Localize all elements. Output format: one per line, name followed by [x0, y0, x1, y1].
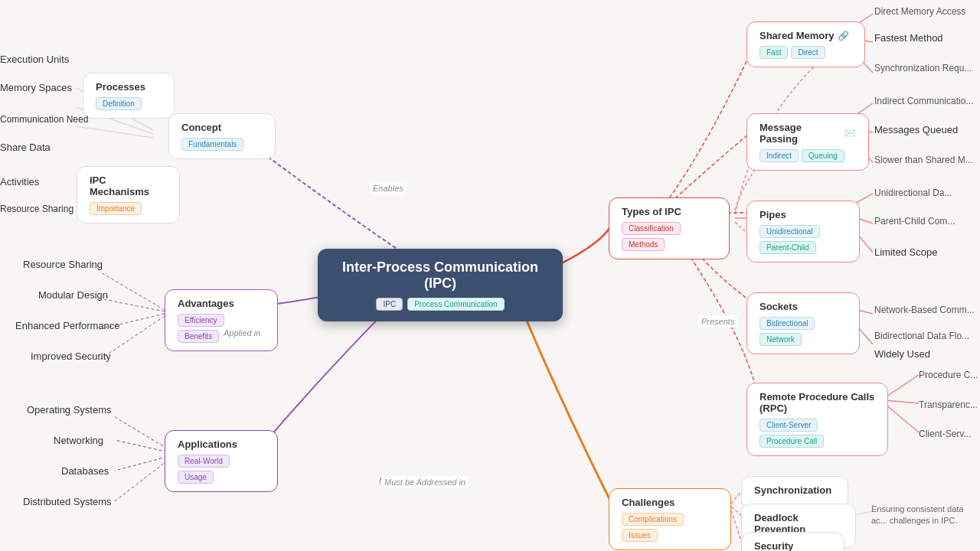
- synchronization-requ-text: Synchronization Requ...: [874, 63, 972, 73]
- applications-tag2: Usage: [178, 471, 214, 484]
- pipes-label: Pipes: [760, 209, 847, 220]
- must-be-addressed-label: Must be Addressed in: [381, 476, 469, 488]
- parent-child-comm-text: Parent-Child Com...: [874, 216, 955, 227]
- unidirectional-data-text: Unidirectional Da...: [874, 187, 952, 198]
- pipes-tag1: Unidirectional: [760, 225, 820, 238]
- concept-node[interactable]: Concept Fundamentals: [168, 113, 276, 159]
- applications-label: Applications: [178, 439, 265, 450]
- rpc-tag2: Procedure Call: [760, 435, 824, 448]
- slower-than-shared-text: Slower than Shared M...: [874, 155, 973, 165]
- message-passing-tag1: Indirect: [760, 149, 799, 162]
- distributed-systems-text: Distributed Systems: [23, 496, 112, 507]
- execution-units-text: Execution Units: [0, 54, 69, 65]
- svg-line-8: [115, 440, 172, 453]
- presents-label: Presents: [698, 315, 737, 328]
- rpc-label: Remote Procedure Calls (RPC): [760, 391, 875, 414]
- ipc-mechanisms-label: IPC Mechanisms: [90, 174, 167, 197]
- ipc-mechanisms-tag1: Importance: [90, 202, 142, 215]
- widely-used-text: Widely Used: [874, 348, 930, 360]
- sockets-tag1: Bidirectional: [760, 317, 815, 330]
- memory-spaces-text: Memory Spaces: [0, 82, 72, 93]
- pipes-tag2: Parent-Child: [760, 241, 816, 254]
- applied-in-label: Applied in: [220, 327, 263, 339]
- ipc-mechanisms-node[interactable]: IPC Mechanisms Importance: [77, 166, 180, 223]
- svg-line-3: [100, 272, 165, 310]
- direct-memory-access-text: Direct Memory Access: [874, 6, 965, 17]
- activities-text: Activities: [0, 176, 39, 187]
- types-tag2: Methods: [622, 238, 665, 251]
- advantages-tag2: Benefits: [178, 330, 219, 343]
- svg-line-23: [884, 400, 919, 403]
- svg-line-4: [100, 298, 165, 311]
- network-based-comm-text: Network-Based Comm...: [874, 305, 975, 315]
- challenges-tag2: Issues: [622, 529, 658, 542]
- advantages-node[interactable]: Advantages Efficiency Benefits: [165, 289, 278, 351]
- rpc-tag1: Client-Server: [760, 419, 818, 432]
- networking-text: Networking: [54, 435, 103, 446]
- sockets-node[interactable]: Sockets Bidirectional Network: [746, 292, 860, 354]
- security-concerns-label: Security Concerns: [754, 540, 831, 551]
- types-tag1: Classification: [622, 222, 681, 235]
- center-tag2: Process Communication: [407, 298, 504, 311]
- shared-memory-tag1: Fast: [760, 46, 788, 59]
- applications-node[interactable]: Applications Real-World Usage: [165, 430, 278, 492]
- challenges-label: Challenges: [622, 497, 718, 508]
- sockets-label: Sockets: [760, 301, 847, 312]
- types-label: Types of IPC: [622, 206, 717, 217]
- limited-scope-text: Limited Scope: [874, 246, 937, 258]
- challenges-tag1: Complications: [622, 513, 684, 526]
- processes-label: Processes: [96, 81, 162, 93]
- improved-security-text: Improved Security: [31, 350, 111, 362]
- concept-label: Concept: [181, 122, 263, 133]
- client-server-text: Client-Serv...: [919, 429, 971, 439]
- challenges-node[interactable]: Challenges Complications Issues: [609, 488, 731, 550]
- message-passing-tag2: Queuing: [802, 149, 844, 162]
- advantages-label: Advantages: [178, 298, 265, 309]
- resource-sharing2-text: Resource Sharing: [23, 259, 103, 270]
- processes-tag1: Definition: [96, 97, 142, 110]
- shared-memory-tag2: Direct: [791, 46, 825, 59]
- svg-line-10: [115, 457, 172, 501]
- concept-tag1: Fundamentals: [181, 138, 243, 151]
- svg-line-9: [115, 455, 172, 471]
- sockets-tag2: Network: [760, 333, 802, 346]
- challenge-description-text: Ensuring consistent data ac... challenge…: [871, 504, 980, 527]
- fastest-method-text: Fastest Method: [874, 32, 943, 44]
- shared-memory-label: Shared Memory: [760, 30, 835, 41]
- operating-systems-text: Operating Systems: [27, 404, 112, 416]
- svg-line-7: [115, 417, 172, 452]
- center-title: Inter-Process Communication (IPC): [335, 259, 546, 292]
- synchronization-label: Synchronization: [754, 484, 835, 496]
- bidirectional-data-flow-text: Bidirectional Data Flo...: [874, 331, 969, 341]
- share-data-text: Share Data: [0, 142, 51, 153]
- types-of-ipc-node[interactable]: Types of IPC Classification Methods: [609, 197, 730, 259]
- enables-label: Enables: [370, 182, 407, 194]
- databases-text: Databases: [61, 465, 109, 477]
- transparency-text: Transparenc...: [919, 399, 978, 410]
- communication-need-text: Communication Need: [0, 113, 88, 125]
- svg-line-24: [884, 403, 919, 432]
- message-passing-label: Message Passing: [760, 122, 841, 145]
- center-node: Inter-Process Communication (IPC) IPC Pr…: [318, 249, 563, 321]
- messages-queued-text: Messages Queued: [874, 124, 958, 135]
- modular-design-text: Modular Design: [38, 289, 108, 301]
- message-passing-node[interactable]: Message Passing ✉️ Indirect Queuing: [746, 113, 869, 171]
- center-tag1: IPC: [376, 298, 403, 311]
- pipes-node[interactable]: Pipes Unidirectional Parent-Child: [746, 201, 860, 262]
- applications-tag1: Real-World: [178, 455, 230, 468]
- procedure-call-text: Procedure C...: [919, 370, 978, 380]
- shared-memory-node[interactable]: Shared Memory 🔗 Fast Direct: [746, 21, 865, 67]
- processes-node[interactable]: Processes Definition: [83, 73, 175, 119]
- indirect-communication-text: Indirect Communicatio...: [874, 96, 973, 106]
- advantages-tag1: Efficiency: [178, 314, 224, 327]
- svg-line-22: [884, 375, 919, 398]
- rpc-node[interactable]: Remote Procedure Calls (RPC) Client-Serv…: [746, 383, 888, 456]
- resource-sharing-text: Resource Sharing: [0, 203, 74, 214]
- security-concerns-node[interactable]: Security Concerns: [741, 532, 844, 551]
- enhanced-performance-text: Enhanced Performance: [15, 320, 120, 331]
- svg-line-2: [77, 126, 153, 138]
